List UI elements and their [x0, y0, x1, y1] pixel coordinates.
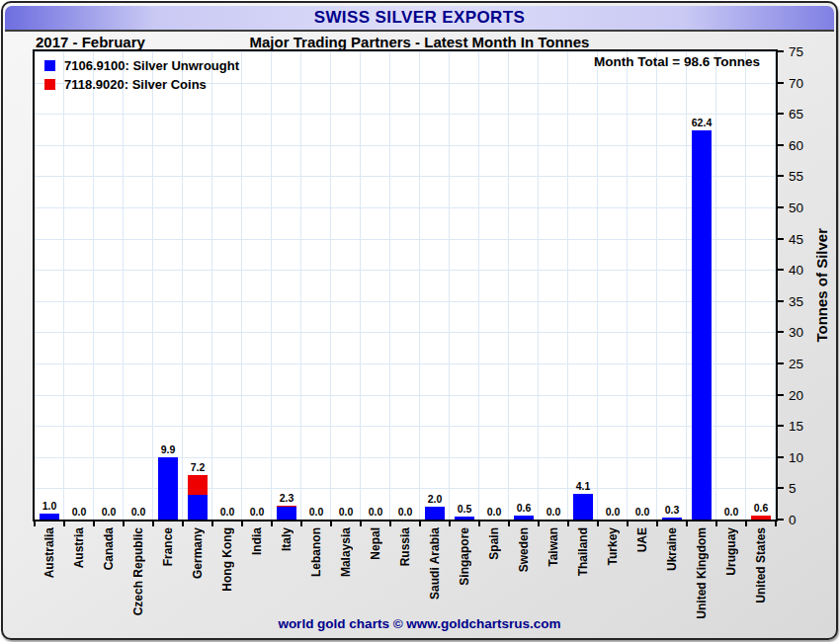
- bar-value-label: 0.0: [546, 506, 561, 518]
- x-tick: [360, 522, 362, 526]
- x-axis-label: Saudi Arabia: [420, 527, 450, 622]
- bar-group: 0.3: [657, 51, 687, 520]
- x-axis-label: Taiwan: [539, 527, 568, 622]
- x-axis-label: Singapore: [450, 527, 479, 622]
- plot-area: 7106.9100: Silver Unwrought 7118.9020: S…: [33, 49, 778, 522]
- y-tick: [778, 394, 784, 396]
- bar-group: 0.0: [716, 51, 746, 520]
- x-axis-label: France: [153, 527, 183, 622]
- y-tick-label: 10: [789, 449, 803, 464]
- bar-segment-unwrought: [425, 507, 445, 520]
- bar-group: 0.0: [539, 51, 568, 520]
- y-tick-label: 55: [789, 169, 803, 184]
- bar-group: 0.0: [212, 51, 242, 520]
- bar-group: 1.0: [35, 51, 64, 520]
- bar-segment-unwrought: [277, 507, 296, 520]
- x-axis-label: Ukraine: [657, 527, 687, 622]
- bar-group: 2.0: [420, 51, 450, 520]
- x-tick: [419, 522, 421, 526]
- bar-value-label: 2.0: [428, 493, 443, 505]
- bar-group: 0.0: [301, 51, 331, 520]
- bar-group: 0.0: [94, 51, 124, 520]
- y-tick: [778, 331, 784, 333]
- x-tick: [449, 522, 451, 526]
- bar-segment-unwrought: [40, 514, 59, 520]
- y-tick-label: 65: [789, 107, 803, 121]
- y-tick: [778, 82, 784, 84]
- chart-panel: SWISS SILVER EXPORTS Major Trading Partn…: [1, 1, 838, 640]
- y-tick-label: 20: [789, 387, 803, 402]
- x-tick: [567, 522, 569, 526]
- bar-value-label: 0.0: [487, 506, 502, 518]
- x-tick: [63, 522, 65, 526]
- x-axis-label: Turkey: [598, 527, 628, 622]
- bar-value-label: 4.1: [576, 480, 591, 492]
- bar-value-label: 0.6: [754, 502, 769, 514]
- bar-group: 0.0: [479, 51, 509, 520]
- period-label: 2017 - February: [36, 34, 145, 50]
- x-tick: [389, 522, 391, 526]
- bar-value-label: 62.4: [692, 117, 712, 128]
- bar-value-label: 1.0: [42, 500, 57, 512]
- y-tick-label: 35: [789, 293, 803, 308]
- bar-value-label: 7.2: [191, 461, 206, 473]
- x-tick: [775, 522, 777, 526]
- x-tick: [478, 522, 480, 526]
- x-axis-label: India: [242, 527, 272, 622]
- y-tick-label: 15: [789, 419, 803, 434]
- bar-segment-unwrought: [692, 130, 712, 520]
- x-axis-label: Hong Kong: [212, 527, 242, 622]
- bar-value-label: 0.0: [369, 506, 383, 518]
- x-tick: [123, 522, 125, 526]
- x-tick: [686, 522, 688, 526]
- x-tick: [508, 522, 510, 526]
- x-tick: [34, 522, 36, 526]
- y-tick-label: 30: [789, 325, 803, 340]
- bar-group: 0.6: [746, 51, 776, 520]
- bar-value-label: 0.0: [724, 506, 739, 518]
- x-tick: [597, 522, 599, 526]
- x-tick: [211, 522, 213, 526]
- y-tick: [778, 362, 784, 364]
- bar-value-label: 0.0: [72, 506, 87, 518]
- y-tick-label: 60: [789, 137, 803, 152]
- x-axis-label: Malaysia: [331, 527, 361, 622]
- bar-value-label: 0.0: [131, 506, 146, 518]
- x-axis-label: Italy: [272, 527, 301, 622]
- bar-segment-unwrought: [662, 518, 682, 520]
- y-tick-label: 75: [789, 44, 803, 59]
- bar-value-label: 0.3: [665, 504, 680, 516]
- chart-title: SWISS SILVER EXPORTS: [314, 8, 526, 28]
- subtitle-bar: Major Trading Partners - Latest Month In…: [3, 34, 836, 49]
- y-tick: [778, 269, 784, 271]
- footer-credit: world gold charts © www.goldchartsrus.co…: [3, 616, 836, 631]
- x-axis-labels: AustraliaAustriaCanadaCzech RepublicFran…: [35, 527, 776, 622]
- x-axis-label: Australia: [35, 527, 64, 622]
- bar-group: 0.0: [628, 51, 657, 520]
- x-tick: [93, 522, 95, 526]
- x-axis-label: Germany: [183, 527, 212, 622]
- bar-segment-unwrought: [455, 517, 474, 520]
- x-tick: [271, 522, 273, 526]
- bar-group: 0.5: [450, 51, 479, 520]
- y-axis-title: Tonnes of Silver: [810, 49, 832, 522]
- y-tick: [778, 238, 784, 240]
- y-tick: [778, 519, 784, 521]
- x-axis-label: Spain: [479, 527, 509, 622]
- x-axis-label: UAE: [628, 527, 657, 622]
- bar-segment-coins: [751, 516, 771, 520]
- x-axis-label: United Kingdom: [687, 527, 716, 622]
- x-tick: [745, 522, 747, 526]
- bar-segment-unwrought: [514, 516, 534, 520]
- bar-group: 62.4: [687, 51, 716, 520]
- y-tick-label: 40: [789, 263, 803, 278]
- y-tick: [778, 456, 784, 458]
- bar-group: 2.3: [272, 51, 301, 520]
- x-tick: [538, 522, 540, 526]
- y-tick: [778, 206, 784, 208]
- x-tick: [152, 522, 154, 526]
- bar-segment-coins: [277, 506, 296, 507]
- bar-value-label: 2.3: [280, 492, 294, 504]
- bar-group: 0.0: [361, 51, 390, 520]
- bar-value-label: 0.0: [220, 506, 235, 518]
